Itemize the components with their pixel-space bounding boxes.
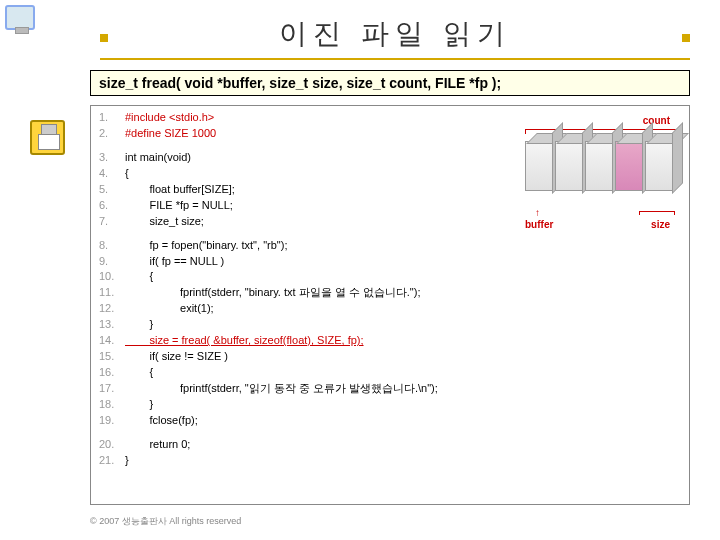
page-title: 이진 파일 읽기 (279, 15, 511, 53)
code-line: { (125, 365, 153, 381)
code-line: if( fp == NULL ) (125, 254, 224, 270)
line-number: 11. (99, 285, 125, 301)
line-number: 18. (99, 397, 125, 413)
code-line: { (125, 166, 129, 182)
line-number: 8. (99, 238, 125, 254)
code-line: { (125, 269, 153, 285)
code-line: return 0; (125, 437, 190, 453)
line-number: 9. (99, 254, 125, 270)
line-number: 17. (99, 381, 125, 397)
code-line: float buffer[SIZE]; (125, 182, 235, 198)
line-number: 6. (99, 198, 125, 214)
code-line: fprintf(stderr, "읽기 동작 중 오류가 발생했습니다.\n")… (125, 381, 438, 397)
buffer-label: buffer (525, 219, 553, 230)
line-number: 13. (99, 317, 125, 333)
code-line: #include <stdio.h> (125, 110, 214, 126)
line-number: 20. (99, 437, 125, 453)
line-number: 14. (99, 333, 125, 349)
block-icon (555, 141, 585, 191)
code-line: fclose(fp); (125, 413, 198, 429)
code-line: fp = fopen("binary. txt", "rb"); (125, 238, 287, 254)
line-number: 1. (99, 110, 125, 126)
code-line: size = fread( &buffer, sizeof(float), SI… (125, 333, 364, 349)
size-label: size (651, 219, 670, 230)
code-line: size_t size; (125, 214, 204, 230)
code-line: } (125, 317, 153, 333)
line-number: 5. (99, 182, 125, 198)
code-line: FILE *fp = NULL; (125, 198, 233, 214)
computer-icon (5, 5, 45, 40)
memory-diagram: count ↑ buffer size (525, 115, 680, 230)
code-line: } (125, 397, 153, 413)
code-line: fprintf(stderr, "binary. txt 파일을 열 수 없습니… (125, 285, 421, 301)
line-number: 12. (99, 301, 125, 317)
line-number: 19. (99, 413, 125, 429)
title-bar: 이진 파일 읽기 (100, 10, 690, 60)
copyright-footer: © 2007 생능출판사 All rights reserved (90, 515, 241, 528)
floppy-icon (30, 120, 65, 155)
code-line: exit(1); (125, 301, 214, 317)
line-number: 3. (99, 150, 125, 166)
code-line: if( size != SIZE ) (125, 349, 228, 365)
line-number: 4. (99, 166, 125, 182)
line-number: 15. (99, 349, 125, 365)
line-number: 2. (99, 126, 125, 142)
block-icon (645, 141, 675, 191)
count-label: count (643, 115, 670, 126)
block-icon (615, 141, 645, 191)
line-number: 16. (99, 365, 125, 381)
size-bracket-icon (639, 211, 675, 216)
signature-box: size_t fread( void *buffer, size_t size,… (90, 70, 690, 96)
block-icon (585, 141, 615, 191)
line-number: 10. (99, 269, 125, 285)
block-icon (525, 141, 555, 191)
memory-blocks (525, 141, 675, 191)
code-line: #define SIZE 1000 (125, 126, 216, 142)
arrow-up-icon: ↑ (535, 207, 540, 218)
line-number: 21. (99, 453, 125, 469)
code-line: } (125, 453, 129, 469)
line-number: 7. (99, 214, 125, 230)
code-line: int main(void) (125, 150, 191, 166)
